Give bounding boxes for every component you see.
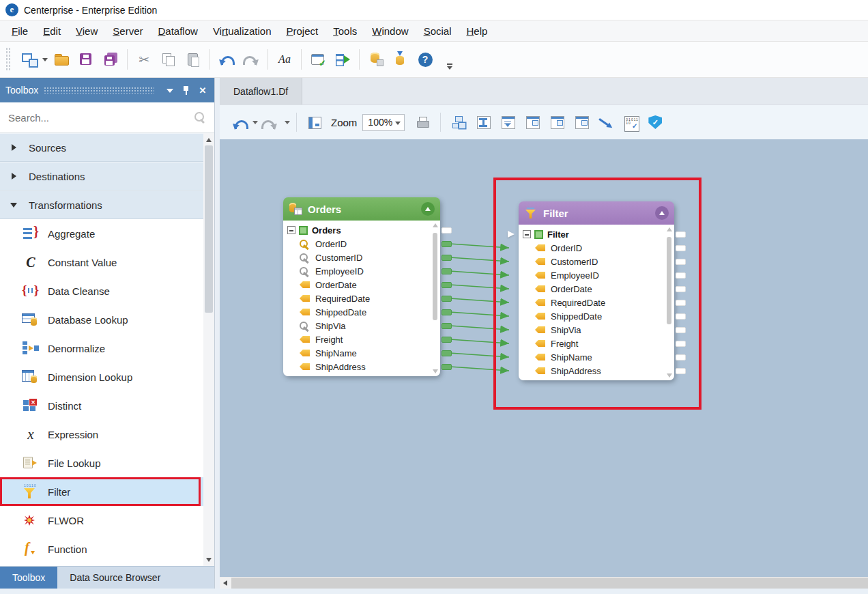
tree-root-row[interactable]: Orders xyxy=(283,223,440,237)
filter-node-header[interactable]: Filter xyxy=(519,201,674,225)
save-button[interactable] xyxy=(74,46,98,72)
menu-virtualization[interactable]: Virtualization xyxy=(205,20,279,41)
save-all-button[interactable] xyxy=(98,46,123,72)
canvas-horizontal-scrollbar[interactable] xyxy=(220,577,868,589)
menu-window[interactable]: Window xyxy=(364,20,416,41)
toolbox-item-flwor[interactable]: FLWOR xyxy=(0,506,203,535)
panel-tab-data-source-browser[interactable]: Data Source Browser xyxy=(57,567,173,589)
field-row[interactable]: RequiredDate xyxy=(283,292,440,305)
search-icon[interactable] xyxy=(194,111,206,124)
zoom-label[interactable]: Zoom xyxy=(331,117,357,128)
toolbox-item-function[interactable]: Function xyxy=(0,535,203,563)
new-dataflow-button[interactable] xyxy=(16,46,41,72)
toolbar-drag-handle[interactable] xyxy=(5,47,11,72)
doc-tab-dataflow1[interactable]: Dataflow1.Df xyxy=(220,78,302,104)
scroll-up-icon[interactable] xyxy=(203,135,214,145)
menu-social[interactable]: Social xyxy=(416,20,459,41)
expander-minus-icon[interactable] xyxy=(523,230,531,238)
field-row[interactable]: ShipName xyxy=(519,350,674,364)
toolbox-item-filter[interactable]: Filter xyxy=(0,477,203,506)
expand-node-button[interactable] xyxy=(546,112,568,132)
toolbar-overflow-button[interactable] xyxy=(447,63,452,70)
toolbox-section-transformations[interactable]: Transformations xyxy=(0,190,203,219)
canvas-redo-dropdown[interactable] xyxy=(283,112,291,132)
toolbox-pin-icon[interactable] xyxy=(180,84,192,96)
toolbox-search-input[interactable] xyxy=(8,112,194,124)
print-button[interactable] xyxy=(411,112,433,132)
expand-collapse-button[interactable] xyxy=(497,112,519,132)
preview-data-button[interactable] xyxy=(620,112,641,132)
menu-project[interactable]: Project xyxy=(279,20,326,41)
orders-node[interactable]: Orders Orders xyxy=(283,197,440,376)
toolbox-section-sources[interactable]: Sources xyxy=(0,133,203,162)
canvas-redo-button[interactable] xyxy=(260,112,282,132)
deploy-button[interactable] xyxy=(388,46,413,72)
node-scrollbar[interactable] xyxy=(666,227,672,378)
open-button[interactable] xyxy=(49,46,74,72)
collapse-button[interactable] xyxy=(421,202,435,216)
toolbox-item-aggregate[interactable]: Aggregate xyxy=(0,219,203,248)
canvas-undo-dropdown[interactable] xyxy=(251,112,259,132)
field-row[interactable]: OrderDate xyxy=(519,282,674,296)
zoom-select[interactable]: 100% xyxy=(362,114,405,131)
toolbox-item-denormalize[interactable]: Denormalize xyxy=(0,334,203,363)
scrollbar-track[interactable] xyxy=(231,578,868,589)
menu-tools[interactable]: Tools xyxy=(326,20,364,41)
database-button[interactable] xyxy=(364,46,388,72)
collapse-button[interactable] xyxy=(655,206,669,220)
orders-node-header[interactable]: Orders xyxy=(283,197,440,221)
toolbox-item-constant-value[interactable]: Constant Value xyxy=(0,248,203,277)
toolbox-scrollbar[interactable] xyxy=(203,133,214,566)
menu-help[interactable]: Help xyxy=(459,20,495,41)
field-row[interactable]: ShipAddress xyxy=(283,360,440,373)
canvas-undo-button[interactable] xyxy=(228,112,250,132)
dataflow-canvas[interactable]: Orders Orders xyxy=(220,139,868,577)
field-row[interactable]: ShipName xyxy=(283,346,440,360)
toolbox-item-expression[interactable]: Expression xyxy=(0,420,203,449)
tree-root-row[interactable]: Filter xyxy=(519,227,674,241)
menu-server[interactable]: Server xyxy=(105,20,150,41)
scrollbar-thumb[interactable] xyxy=(667,237,671,324)
field-row[interactable]: CustomerID xyxy=(283,251,440,264)
toolbox-item-dimension-lookup[interactable]: Dimension Lookup xyxy=(0,363,203,391)
expand-all-nodes-button[interactable] xyxy=(570,112,592,132)
verify-dataflow-button[interactable] xyxy=(644,112,666,132)
field-row[interactable]: OrderID xyxy=(283,237,440,251)
filter-node[interactable]: Filter Filter xyxy=(519,201,674,380)
redo-button[interactable] xyxy=(239,46,263,72)
toolbox-item-database-lookup[interactable]: Database Lookup xyxy=(0,305,203,334)
field-row[interactable]: EmployeeID xyxy=(519,268,674,282)
font-button[interactable] xyxy=(272,46,297,72)
field-row[interactable]: ShipAddress xyxy=(519,364,674,378)
scroll-left-icon[interactable] xyxy=(220,578,231,589)
toolbox-menu-dropdown-icon[interactable] xyxy=(164,84,176,96)
toolbox-header[interactable]: Toolbox xyxy=(0,78,214,102)
show-ports-button[interactable] xyxy=(521,112,543,132)
field-row[interactable]: ShipVia xyxy=(283,319,440,333)
field-row[interactable]: CustomerID xyxy=(519,255,674,268)
field-row[interactable]: Freight xyxy=(283,333,440,346)
menu-dataflow[interactable]: Dataflow xyxy=(151,20,205,41)
scrollbar-thumb[interactable] xyxy=(433,233,437,320)
menu-edit[interactable]: Edit xyxy=(35,20,68,41)
auto-layout-tree-button[interactable] xyxy=(472,112,494,132)
toolbox-close-icon[interactable] xyxy=(197,84,209,96)
copy-button[interactable] xyxy=(156,46,181,72)
toolbox-item-data-cleanse[interactable]: Data Cleanse xyxy=(0,277,203,305)
link-tool-button[interactable] xyxy=(595,112,617,132)
toolbox-section-destinations[interactable]: Destinations xyxy=(0,162,203,190)
new-dropdown-button[interactable] xyxy=(41,46,49,72)
field-row[interactable]: OrderID xyxy=(519,241,674,255)
paste-button[interactable] xyxy=(181,46,205,72)
auto-layout-horizontal-button[interactable] xyxy=(448,112,469,132)
scroll-down-icon[interactable] xyxy=(203,554,214,565)
field-row[interactable]: OrderDate xyxy=(283,278,440,292)
cut-button[interactable] xyxy=(132,46,156,72)
diagram-options-button[interactable] xyxy=(304,112,326,132)
field-row[interactable]: ShipVia xyxy=(519,323,674,337)
expander-minus-icon[interactable] xyxy=(287,226,295,234)
toolbox-item-distinct[interactable]: Distinct xyxy=(0,391,203,420)
undo-button[interactable] xyxy=(214,46,239,72)
run-button[interactable] xyxy=(330,46,355,72)
field-row[interactable]: ShippedDate xyxy=(283,305,440,319)
